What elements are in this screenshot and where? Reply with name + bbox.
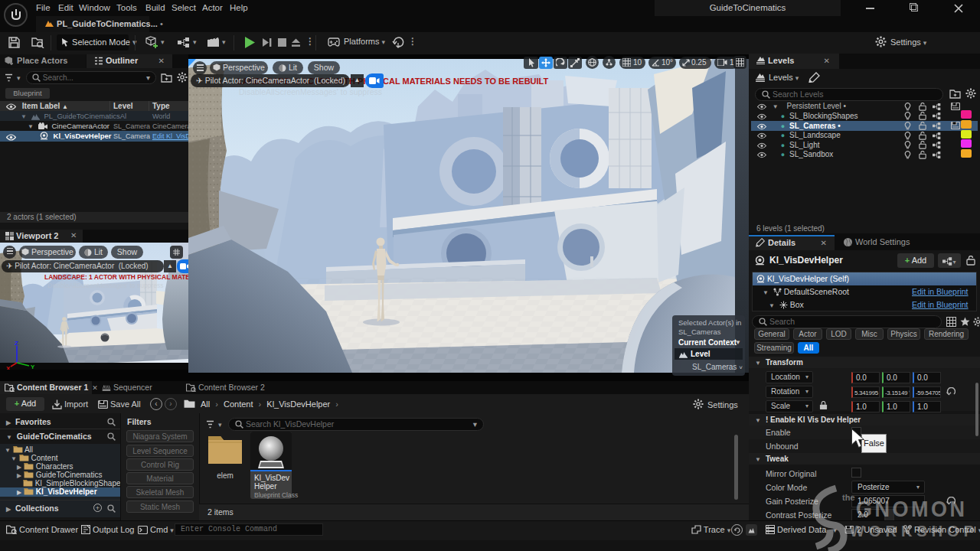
svg-text:Z: Z <box>15 341 18 347</box>
